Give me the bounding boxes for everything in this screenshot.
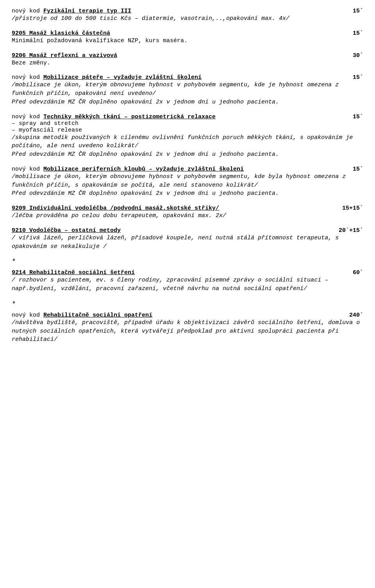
section-rehabilitacni-opatreni-time: 240´: [349, 312, 363, 319]
section-techniky-mek-title: nový kod Techniky měkkých tkání – postiz…: [12, 114, 349, 134]
section-rehabilitacni-setreni-body: / rozhovor s pacientem, ev. s členy rodi…: [12, 276, 363, 293]
section-mobilizace-periferních-title: nový kod Mobilizace periferních kloubů –…: [12, 166, 349, 173]
section-masaz-reflexni: 9206 Masáž reflexní a vazivová 30´ Beze …: [12, 52, 363, 68]
section-mobilizace-periferních-time: 15´: [353, 166, 363, 173]
section-mobilizace-periferních-body: /mobilisace je úkon, kterým obnovujeme h…: [12, 173, 363, 198]
section-masaz-klasicka-title: 9205 Masáž klasická částečná: [12, 30, 349, 37]
section-fyz-terapie-title: nový kod Fyzikální terapie typ III: [12, 8, 349, 14]
page-content: nový kod Fyzikální terapie typ III 15´ /…: [12, 8, 363, 344]
section-masaz-reflexni-body: Beze změny.: [12, 59, 363, 68]
star-divider-2: *: [12, 300, 363, 308]
section-vodolechba-ostatni-body: / vířivá lázeň, perličková lázeň, přísad…: [12, 234, 363, 251]
section-vodolechba-ostatni: 9210 Vodoléčba – ostatní metody 20´+15´ …: [12, 227, 363, 251]
section-rehabilitacni-opatreni-title: nový kod Rehabilitačně sociální opatření: [12, 312, 345, 319]
section-masaz-reflexni-time: 30´: [353, 52, 363, 59]
star-divider-1: *: [12, 258, 363, 265]
section-masaz-klasicka-body: Minimální požadovaná kvalifikace NZP, ku…: [12, 37, 363, 45]
section-vodolechba-individualni-time: 15+15´: [342, 205, 363, 212]
section-vodolechba-individualni-body: /léčba prováděna po celou dobu terapeute…: [12, 212, 363, 220]
section-techniky-mek-body: /skupina metodik používaných k cílenému …: [12, 134, 363, 159]
section-mobilizace-patere-body: /mobilisace je úkon, kterým obnovujeme h…: [12, 81, 363, 106]
section-techniky-mek: nový kod Techniky měkkých tkání – postiz…: [12, 114, 363, 159]
section-masaz-klasicka: 9205 Masáž klasická částečná 15´ Minimál…: [12, 30, 363, 45]
section-rehabilitacni-setreni-title: 9214 Rehabilitačně sociální šetření: [12, 269, 349, 276]
section-rehabilitacni-opatreni-body: /návštěva bydliště, pracoviště, případně…: [12, 319, 363, 344]
section-fyz-terapie: nový kod Fyzikální terapie typ III 15´ /…: [12, 8, 363, 23]
section-mobilizace-periferních: nový kod Mobilizace periferních kloubů –…: [12, 166, 363, 198]
section-mobilizace-patere-time: 15´: [353, 74, 363, 81]
section-mobilizace-patere: nový kod Mobilizace páteře – vyžaduje zv…: [12, 74, 363, 106]
section-fyz-terapie-time: 15´: [353, 8, 363, 14]
section-masaz-klasicka-time: 15´: [353, 30, 363, 37]
section-masaz-reflexni-title: 9206 Masáž reflexní a vazivová: [12, 52, 349, 59]
section-rehabilitacni-opatreni: nový kod Rehabilitačně sociální opatření…: [12, 312, 363, 344]
section-mobilizace-patere-title: nový kod Mobilizace páteře – vyžaduje zv…: [12, 74, 349, 81]
section-rehabilitacni-setreni: 9214 Rehabilitačně sociální šetření 60´ …: [12, 269, 363, 293]
section-rehabilitacni-setreni-time: 60´: [353, 269, 363, 276]
section-vodolechba-individualni: 9209 Individuální vodoléčba /podvodní ma…: [12, 205, 363, 220]
section-vodolechba-ostatni-title: 9210 Vodoléčba – ostatní metody: [12, 227, 335, 234]
section-techniky-mek-time: 15´: [353, 114, 363, 120]
section-vodolechba-individualni-title: 9209 Individuální vodoléčba /podvodní ma…: [12, 205, 338, 212]
section-fyz-terapie-body: /přístroje od 100 do 500 tisíc Kčs – dia…: [12, 14, 363, 23]
section-vodolechba-ostatni-time: 20´+15´: [339, 227, 363, 234]
